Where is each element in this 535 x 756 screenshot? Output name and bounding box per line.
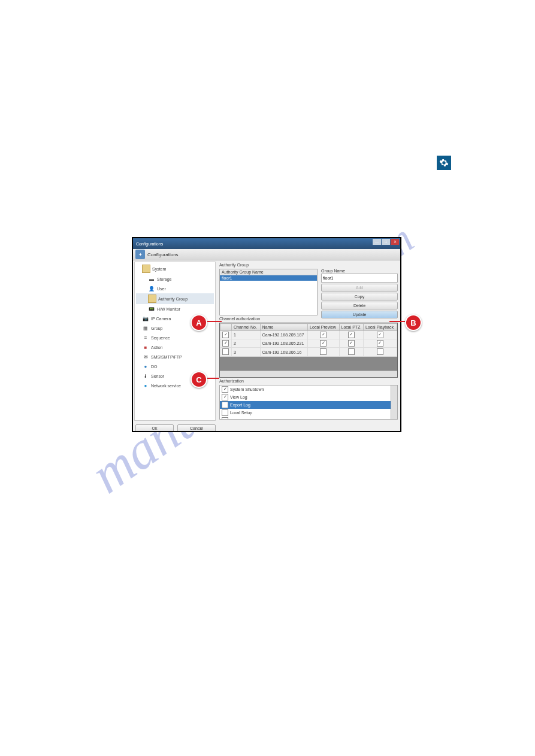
cancel-button[interactable]: Cancel [177,424,216,432]
group-name-field[interactable] [321,274,398,283]
sidebar-item-hw-monitor[interactable]: 📟H/W Monitor [136,304,214,314]
checkbox[interactable]: ✓ [348,340,355,347]
list-item[interactable]: Local Setup [220,409,397,417]
camera-icon: 📷 [142,315,149,322]
group-name-label: Group Name [321,269,398,273]
dialog-buttons: Ok Cancel [133,422,400,432]
vertical-scrollbar[interactable] [391,385,397,419]
window-titlebar: Configurations — □ ✕ [133,238,400,249]
authorization-label: Authorization [219,379,398,383]
config-window: Configurations — □ ✕ ✦ Configurations Sy… [132,237,401,432]
list-item[interactable]: floor1 [220,275,317,281]
monitor-icon: 📟 [148,305,155,312]
toolbar: ✦ Configurations [133,249,400,260]
checkbox[interactable]: ✓ [222,386,228,393]
callout-line [206,378,219,379]
checkbox[interactable]: ✓ [377,340,383,347]
checkbox[interactable]: ✓ [320,340,327,347]
table-header-row: Channel No. Name Local Preview Local PTZ… [220,324,397,331]
delete-button[interactable]: Delete [321,302,398,309]
sidebar-item-storage[interactable]: ▬Storage [136,274,214,284]
folder-icon [142,265,150,273]
table-row[interactable]: 3 Cam-192.168.206.16 [220,348,397,357]
callout-line [389,321,405,322]
checkbox[interactable] [222,348,229,355]
callout-c: C [191,371,207,388]
sidebar-item-sequence[interactable]: ≡Sequence [136,333,214,342]
sidebar-tree: System ▬Storage 👤User Authority Group 📟H… [134,262,216,421]
minimize-button[interactable]: — [373,239,381,245]
channel-auth-label: Channel authorization [219,317,398,321]
authority-group-list[interactable]: Authority Group Name floor1 [219,269,318,315]
group-icon [148,294,156,303]
sidebar-item-user[interactable]: 👤User [136,284,214,293]
checkbox[interactable] [222,417,228,420]
checkbox[interactable] [222,409,228,416]
maximize-button[interactable]: □ [382,239,390,245]
list-item[interactable]: ✓View Log [220,393,397,401]
authority-group-label: Authority Group [219,263,398,267]
callout-b: B [405,314,422,331]
disk-icon: ▬ [148,275,155,283]
checkbox[interactable] [377,348,383,355]
config-icon: ✦ [135,250,145,259]
sensor-icon: 🌡 [142,372,149,379]
checkbox[interactable]: ✓ [222,394,228,400]
sidebar-item-do[interactable]: ●DO [136,362,214,371]
globe-icon: ● [142,382,149,389]
action-icon: ■ [142,344,149,351]
mail-icon: ✉ [142,353,149,360]
copy-button[interactable]: Copy [321,293,398,300]
list-item[interactable]: Local DO Control [220,417,397,420]
checkbox[interactable] [348,348,355,355]
user-icon: 👤 [148,285,155,292]
table-row[interactable]: ✓ 1 Cam-192.168.205.187 ✓ ✓ ✓ [220,331,397,339]
ok-button[interactable]: Ok [135,424,174,432]
table-row[interactable]: ✓ 2 Cam-192.168.205.221 ✓ ✓ ✓ [220,339,397,348]
list-item[interactable]: ✓Export Log [220,401,397,409]
window-title: Configurations [136,242,163,246]
checkbox[interactable]: ✓ [320,332,327,338]
sequence-icon: ≡ [142,334,149,341]
checkbox[interactable]: ✓ [222,340,229,347]
horizontal-scrollbar[interactable] [220,371,397,377]
sidebar-item-sms-smtp-ftp[interactable]: ✉SMS\SMTP\FTP [136,352,214,362]
list-item[interactable]: ✓System Shutdown [220,385,397,393]
authorization-list: ✓System Shutdown ✓View Log ✓Export Log L… [219,385,398,420]
checkbox[interactable]: ✓ [377,332,383,338]
toolbar-label: Configurations [147,252,179,257]
list-header: Authority Group Name [220,269,317,275]
checkbox[interactable]: ✓ [222,402,228,408]
channel-table: Channel No. Name Local Preview Local PTZ… [219,323,398,378]
checkbox[interactable]: ✓ [222,332,229,338]
checkbox[interactable]: ✓ [348,332,355,338]
group2-icon: ▦ [142,324,149,332]
gear-icon [437,156,451,170]
sidebar-item-authority-group[interactable]: Authority Group [136,293,214,304]
sidebar-item-action[interactable]: ■Action [136,342,214,352]
callout-a: A [191,314,207,331]
callout-line [206,321,222,322]
add-button[interactable]: Add [321,284,398,292]
do-icon: ● [142,363,149,370]
close-button[interactable]: ✕ [391,239,399,245]
checkbox[interactable] [320,348,327,355]
sidebar-item-system[interactable]: System [136,263,214,274]
